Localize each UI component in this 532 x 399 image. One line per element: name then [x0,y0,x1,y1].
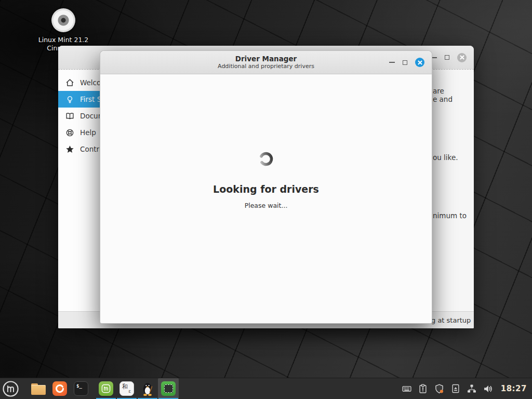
content-text-fragment: nimum to [433,211,467,220]
update-shield-icon[interactable] [434,383,445,394]
clock[interactable]: 18:27 [501,384,527,393]
folder-icon [31,383,46,395]
content-text-fragment: are [433,87,444,95]
driver-manager-titlebar[interactable]: Driver Manager Additional and proprietar… [100,51,432,74]
window-button-driver-manager[interactable] [137,378,158,399]
cjk-glyph: 和 [122,383,128,391]
mint-logo-icon [2,380,19,397]
content-text-fragment: ou like. [433,153,458,162]
minimize-icon[interactable] [389,62,395,63]
volume-tray-icon[interactable] [483,383,494,394]
tux-penguin-icon [141,381,154,396]
star-icon [65,145,74,154]
window-subtitle: Additional and proprietary drivers [218,63,314,70]
window-list: 和 ε [96,378,179,399]
mint-welcome-icon [99,381,113,396]
terminal-glyph: $_ [76,383,82,389]
greek-glyph: ε [128,389,131,394]
mint-menu-button[interactable] [0,378,21,399]
reports-clipboard-icon[interactable] [418,383,428,394]
close-icon[interactable] [457,53,467,62]
maximize-icon[interactable] [403,60,407,65]
close-icon[interactable] [415,58,424,67]
loading-spinner-icon [258,151,274,167]
desktop: Linux Mint 21.2 Cinnamon Welcome [0,0,532,399]
window-button-active[interactable] [158,378,179,399]
system-tray: 18:27 [402,383,532,394]
book-icon [65,112,74,121]
driver-manager-content: Looking for drivers Please wait... [100,75,432,323]
taskbar: $_ 和 ε [0,378,532,399]
sidebar-item-label: Help [80,128,96,137]
content-text-fragment: e and [433,95,453,103]
files-launcher-button[interactable] [31,381,46,396]
disc-icon [51,8,75,32]
status-subtext: Please wait... [245,202,288,209]
window-title: Driver Manager [235,55,297,63]
desktop-icon-label-line1: Linux Mint 21.2 [37,36,89,44]
green-square-app-icon [161,381,176,396]
firefox-launcher-button[interactable] [52,381,67,396]
terminal-launcher-button[interactable]: $_ [74,381,88,396]
driver-manager-window: Driver Manager Additional and proprietar… [100,50,432,324]
status-heading: Looking for drivers [213,183,319,195]
lifebuoy-icon [65,128,74,137]
maximize-icon[interactable] [445,55,449,60]
firefox-icon [52,381,67,396]
show-at-startup-label[interactable]: g at startup [431,312,471,329]
removable-drive-icon[interactable] [450,383,461,394]
window-button-welcome[interactable] [96,378,116,399]
terminal-icon: $_ [74,381,88,396]
lightbulb-icon [65,95,74,104]
language-settings-icon: 和 ε [119,381,134,396]
launchers: $_ [31,381,88,396]
network-tray-icon[interactable] [467,383,477,394]
keyboard-tray-icon[interactable] [402,383,412,394]
window-button-language[interactable]: 和 ε [116,378,137,399]
home-icon [65,78,74,87]
